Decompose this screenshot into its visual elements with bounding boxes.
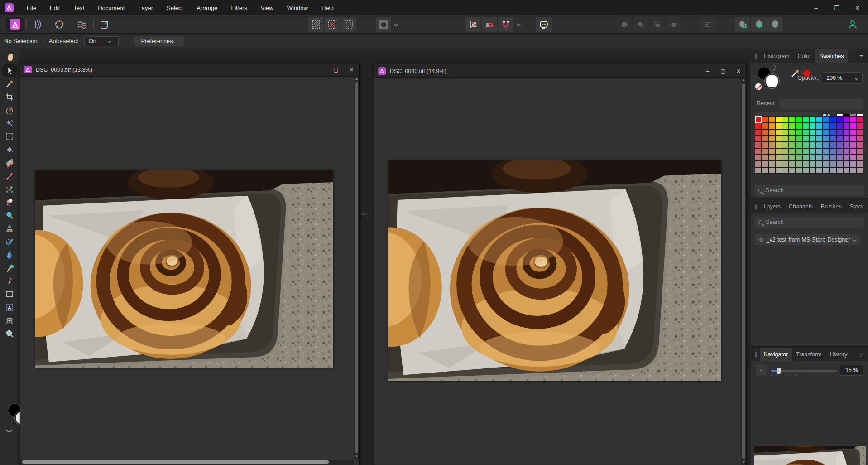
swatch-cell[interactable]: [775, 136, 782, 142]
doc-1-horizontal-scrollbar[interactable]: [20, 460, 354, 465]
paint-brush-tool[interactable]: [2, 170, 17, 182]
swatch-cell[interactable]: [802, 129, 809, 136]
swatch-cell[interactable]: [850, 129, 857, 136]
navigator-panel-drag-handle[interactable]: ∥: [755, 352, 758, 358]
swatch-cell[interactable]: [816, 167, 823, 174]
swatch-cell[interactable]: [850, 161, 857, 167]
swatch-cell[interactable]: [830, 161, 836, 167]
swatch-cell[interactable]: [836, 142, 843, 148]
swatch-cell[interactable]: [823, 167, 830, 174]
swatch-cell[interactable]: [809, 116, 816, 123]
insert-on-top-button[interactable]: [767, 17, 783, 32]
navigator-panel-menu-icon[interactable]: ≡: [855, 348, 868, 361]
swatch-cell[interactable]: [843, 167, 850, 174]
swatch-cell[interactable]: [762, 155, 768, 161]
swatch-cell[interactable]: [823, 161, 830, 167]
recent-colors-strip[interactable]: [779, 99, 863, 109]
swatch-cell[interactable]: [796, 136, 802, 142]
swatch-cell[interactable]: [830, 155, 836, 161]
swatch-cell[interactable]: [809, 142, 816, 148]
styles-search-input[interactable]: Search: [755, 217, 864, 228]
swatch-cell[interactable]: [857, 123, 863, 129]
menu-document[interactable]: Document: [91, 0, 131, 15]
doc-1-vertical-scrollbar[interactable]: ▲▼: [354, 77, 359, 459]
swatch-cell[interactable]: [836, 116, 843, 123]
swatch-cell[interactable]: [802, 123, 809, 129]
flood-fill-tool[interactable]: [2, 143, 17, 155]
primary-color-well[interactable]: [765, 74, 779, 88]
doc-minimize-button[interactable]: –: [700, 64, 715, 78]
swatch-cell[interactable]: [802, 148, 809, 155]
text-tool[interactable]: A: [2, 301, 17, 313]
swatch-cell[interactable]: [809, 123, 816, 129]
swatch-cell[interactable]: [816, 129, 823, 136]
swatch-cell[interactable]: [768, 148, 775, 155]
swatch-cell[interactable]: [796, 123, 802, 129]
swatch-cell[interactable]: [857, 148, 863, 155]
swatch-cell[interactable]: [843, 148, 850, 155]
swatch-cell[interactable]: [789, 123, 796, 129]
move-to-back-button[interactable]: [666, 17, 681, 32]
swatch-cell[interactable]: [836, 167, 843, 174]
doc-maximize-button[interactable]: ▢: [328, 63, 344, 77]
snapping-dropdown[interactable]: [514, 17, 523, 32]
pen-tool[interactable]: [2, 275, 17, 287]
mesh-warp-tool[interactable]: [2, 314, 17, 326]
swatch-cell[interactable]: [762, 123, 768, 129]
swatch-cell[interactable]: [816, 136, 823, 142]
insert-inside-button[interactable]: [751, 17, 767, 32]
view-splitter-handle[interactable]: ∥: [361, 213, 367, 216]
swatch-cell[interactable]: [775, 129, 782, 136]
swatch-cell[interactable]: [809, 148, 816, 155]
doc-close-button[interactable]: ✕: [731, 64, 746, 78]
menu-view[interactable]: View: [254, 0, 280, 15]
swatch-cell[interactable]: [843, 155, 850, 161]
doc-close-button[interactable]: ✕: [344, 63, 359, 77]
swatch-cell[interactable]: [789, 167, 796, 174]
rectangle-tool[interactable]: [2, 288, 17, 300]
alignment-button[interactable]: [700, 17, 715, 32]
swatch-cell[interactable]: [830, 142, 836, 148]
swatch-cell[interactable]: [755, 142, 762, 148]
liquify-persona-button[interactable]: [29, 17, 46, 32]
swatch-cell[interactable]: [768, 136, 775, 142]
snapping-toggle-button[interactable]: [498, 17, 513, 32]
swatch-cell[interactable]: [796, 116, 802, 123]
swatch-cell[interactable]: [782, 148, 789, 155]
gradient-tool[interactable]: [2, 156, 17, 169]
swatch-cell[interactable]: [802, 167, 809, 174]
tab-history[interactable]: History: [826, 348, 852, 361]
colour-replacement-brush-tool[interactable]: [2, 183, 17, 195]
swatch-cell[interactable]: [775, 116, 782, 123]
navigator-thumbnail[interactable]: [754, 446, 865, 465]
tab-histogram[interactable]: Histogram: [760, 49, 794, 63]
zoom-slider[interactable]: [771, 370, 837, 372]
erase-brush-tool[interactable]: [2, 196, 17, 208]
menu-select[interactable]: Select: [160, 0, 190, 15]
swatch-cell[interactable]: [755, 161, 762, 167]
swatch-cell[interactable]: [789, 129, 796, 136]
swatch-cell[interactable]: [755, 116, 762, 123]
swatch-cell[interactable]: [850, 136, 857, 142]
move-to-front-button[interactable]: [617, 17, 632, 32]
force-pixel-alignment-button[interactable]: [482, 17, 497, 32]
menu-edit[interactable]: Edit: [43, 0, 67, 15]
swatch-cell[interactable]: [857, 129, 863, 136]
swatch-cell[interactable]: [857, 155, 863, 161]
doc-2-vertical-scrollbar[interactable]: ▲▼: [741, 78, 746, 465]
document-window-1[interactable]: DSC_0003.tiff (13.3%) – ▢ ✕ ▲▼: [20, 63, 360, 465]
swatch-cell[interactable]: [782, 116, 789, 123]
swatch-cell[interactable]: [816, 161, 823, 167]
tone-mapping-persona-button[interactable]: [73, 17, 91, 32]
swatch-cell[interactable]: [789, 136, 796, 142]
restore-button[interactable]: ❐: [826, 0, 847, 15]
swatch-cell[interactable]: [789, 142, 796, 148]
clone-brush-tool[interactable]: [2, 222, 17, 234]
swatch-cell[interactable]: [782, 155, 789, 161]
insert-behind-button[interactable]: [735, 17, 750, 32]
selection-brush-tool[interactable]: [2, 104, 17, 116]
tab-transform[interactable]: Transform: [792, 348, 826, 361]
swatch-cell[interactable]: [775, 148, 782, 155]
swatch-cell[interactable]: [775, 123, 782, 129]
invert-selection-button[interactable]: [341, 17, 356, 32]
